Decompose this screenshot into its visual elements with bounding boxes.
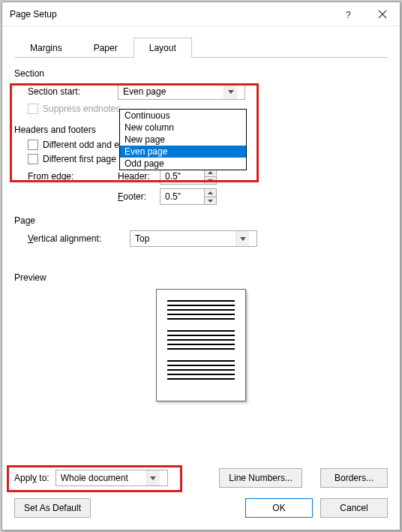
checkbox-box [28,154,38,164]
section-start-combo[interactable]: Even page [118,83,245,100]
page-setup-dialog: Page Setup ? Margins Paper Layout Sectio… [2,2,400,530]
apply-to-combo[interactable]: Whole document [56,470,168,486]
dropdown-option[interactable]: Continuous [120,110,246,122]
preview-heading: Preview [14,272,388,283]
suppress-endnotes-label: Suppress endnotes [43,104,120,114]
help-button[interactable]: ? [331,2,365,26]
line-numbers-button[interactable]: Line Numbers... [219,468,302,488]
svg-marker-7 [208,200,213,203]
set-as-default-button[interactable]: Set As Default [14,498,91,518]
preview-thumbnail [156,289,246,401]
valign-value: Top [130,233,236,244]
dropdown-option-selected[interactable]: Even page [120,146,246,158]
apply-to-label: Apply to: [14,473,50,483]
different-odd-even-checkbox[interactable]: Different odd and even [28,140,134,150]
svg-marker-6 [208,191,213,194]
footer-spinner[interactable]: 0.5" [160,188,217,205]
header-value: 0.5" [160,171,204,182]
tab-paper[interactable]: Paper [78,38,134,58]
close-button[interactable] [365,2,400,26]
borders-button[interactable]: Borders... [320,468,388,488]
svg-marker-4 [208,171,213,174]
spin-down-icon[interactable] [204,176,216,184]
spin-up-icon[interactable] [204,189,216,197]
section-start-value: Even page [118,86,224,97]
dropdown-option[interactable]: Odd page [120,158,246,170]
svg-marker-9 [150,476,156,480]
cancel-button[interactable]: Cancel [320,498,388,518]
header-spinner[interactable]: 0.5" [160,168,217,185]
suppress-endnotes-checkbox: Suppress endnotes [28,104,120,114]
section-heading: Section [14,68,388,79]
different-first-page-label: Different first page [43,154,116,164]
svg-marker-5 [208,179,213,182]
tab-layout[interactable]: Layout [134,38,192,58]
footer-label: Footer: [118,191,160,202]
section-start-label: Section start: [28,86,118,97]
valign-combo[interactable]: Top [130,230,257,247]
dropdown-option[interactable]: New column [120,122,246,134]
checkbox-box [28,140,38,150]
svg-marker-8 [240,237,246,241]
dropdown-option[interactable]: New page [120,134,246,146]
dropdown-icon[interactable] [236,231,249,246]
dropdown-icon[interactable] [224,84,237,99]
tab-strip: Margins Paper Layout [14,37,388,58]
checkbox-box [28,104,38,114]
apply-to-value: Whole document [56,473,146,483]
svg-text:?: ? [346,10,351,19]
valign-label: Vertical alignment: [28,233,130,244]
spin-down-icon[interactable] [204,197,216,204]
dropdown-icon[interactable] [146,470,160,485]
section-start-dropdown-list[interactable]: Continuous New column New page Even page… [119,109,247,170]
different-first-page-checkbox[interactable]: Different first page [28,154,116,164]
tab-margins[interactable]: Margins [14,38,78,58]
from-edge-label: From edge: [28,171,118,182]
page-heading: Page [14,215,388,226]
dialog-title: Page Setup [10,9,57,20]
ok-button[interactable]: OK [245,498,313,518]
titlebar: Page Setup ? [2,2,400,26]
header-label: Header: [118,171,160,182]
svg-marker-3 [228,90,234,94]
footer-value: 0.5" [160,191,204,202]
